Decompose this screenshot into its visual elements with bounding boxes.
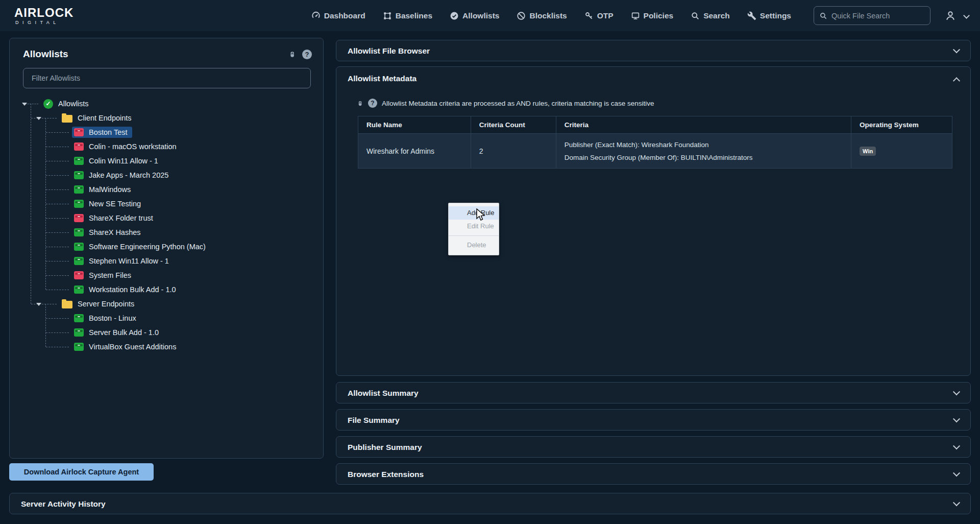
tree-item[interactable]: Software Engineering Python (Mac) [10,240,320,254]
chevron-down-icon[interactable] [953,415,960,422]
tree-item-label: Colin - macOS workstation [89,142,177,151]
tree-item[interactable]: Colin Win11 Allow - 1 [10,154,320,168]
tree-item-icon [74,257,84,265]
cell-operating-system: Win [851,134,952,169]
nav-item[interactable]: Search [691,0,730,31]
tree-item-icon [62,115,72,123]
context-menu-separator [449,235,499,236]
nav-item-label: Dashboard [324,11,365,20]
chevron-down-icon[interactable] [953,442,960,449]
tree-item[interactable]: Workstation Bulk Add - 1.0 [10,282,320,297]
chevron-down-icon[interactable] [953,469,960,477]
collapsed-panel: Allowlist Summary [336,382,971,403]
tree-item-label: Allowlists [58,100,89,108]
help-icon[interactable]: ? [302,50,312,59]
context-menu: Add Rule Edit Rule Delete [448,203,499,255]
mouse-cursor [476,208,487,223]
tree-item-label: Jake Apps - March 2025 [89,171,168,179]
tree-item-icon [74,271,84,279]
nav-item-icon [311,11,321,20]
collapsed-panel: Publisher Summary [336,436,971,458]
tree-item[interactable]: ShareX Hashes [10,225,320,240]
tree-item-icon [74,142,84,151]
tree-item-icon [74,128,84,136]
panel-title: Publisher Summary [348,443,422,452]
nav-item[interactable]: OTP [584,0,614,31]
tree-item[interactable]: Jake Apps - March 2025 [10,168,320,182]
tree-item[interactable]: System Files [10,268,320,282]
nav-item-icon [584,11,594,20]
nav-menu: Dashboard Baselines Allowlists Blocklist… [311,0,791,31]
tree-item-icon [74,314,84,322]
nav-item[interactable]: Allowlists [450,0,499,31]
context-menu-add-rule[interactable]: Add Rule [449,206,499,220]
nav-item-icon [691,11,700,20]
sidebar-title: Allowlists [23,49,68,60]
tree-item[interactable]: VirtualBox Guest Additions [10,340,320,354]
tree-item-label: Server Endpoints [78,300,134,308]
tree-item-label: Boston Test [89,128,128,136]
tree-item-label: New SE Testing [89,200,141,208]
tree-item-icon [74,185,84,194]
tree-item-icon [43,99,53,109]
nav-item[interactable]: Settings [747,0,791,31]
chevron-down-icon[interactable] [953,46,960,53]
nav-item-label: OTP [597,11,614,20]
tree-item-icon [74,171,84,179]
tree-item[interactable]: Colin - macOS workstation [10,139,320,154]
nav-item-icon [631,11,640,20]
collapsed-panel: File Summary [336,409,971,431]
airlock-logo[interactable]: AIRLOCK DIGITAL [14,7,74,25]
help-icon[interactable]: ? [368,99,377,108]
collapsed-panel-header[interactable]: Browser Extensions [336,464,970,485]
collapsed-panel-header[interactable]: File Summary [336,410,970,431]
allowlist-metadata-header[interactable]: Allowlist Metadata [336,67,970,90]
tree-item[interactable]: MalWindows [10,182,320,197]
panel-title: Server Activity History [21,499,106,509]
tree-item-icon [74,228,84,236]
tree-item[interactable]: Server Bulk Add - 1.0 [10,325,320,340]
chevron-down-icon[interactable] [953,388,960,395]
tree-item[interactable]: Server Endpoints [10,297,320,311]
tree-item[interactable]: Allowlists [10,97,320,111]
sidebar-header: Allowlists ? [10,38,323,67]
filter-allowlists-input[interactable] [23,68,311,88]
collapsed-panel: Browser Extensions [336,463,971,485]
chevron-up-icon[interactable] [953,77,960,84]
chevron-down-icon[interactable] [953,499,960,506]
tree-item-icon [74,200,84,208]
tree-item-icon [74,243,84,251]
tree-item[interactable]: ShareX Folder trust [10,211,320,225]
tree-item[interactable]: Boston Test [10,125,320,139]
os-badge-win: Win [860,147,876,156]
column-header-operating-system: Operating System [851,116,952,134]
collapsed-panel-header[interactable]: Allowlist Summary [336,383,970,404]
table-header-row: Rule Name Criteria Count Criteria Operat… [358,116,952,134]
mouse-hint-icon [288,50,296,59]
nav-item[interactable]: Policies [631,0,674,31]
criteria-line: Domain Security Group (Member Of): BUILT… [565,154,843,161]
tree-item[interactable]: Client Endpoints [10,111,320,125]
nav-item[interactable]: Dashboard [311,0,365,31]
collapsed-panel-header[interactable]: Publisher Summary [336,437,970,458]
user-menu-chevron-down-icon[interactable] [963,12,970,19]
server-activity-history-header[interactable]: Server Activity History [10,493,970,515]
nav-item[interactable]: Baselines [383,0,432,31]
tree-item-icon [74,328,84,337]
table-row[interactable]: Wireshark for Admins 2 Publisher (Exact … [358,134,952,169]
download-capture-agent-button[interactable]: Download Airlock Capture Agent [9,463,154,481]
nav-item[interactable]: Blocklists [517,0,567,31]
search-icon [819,12,827,20]
tree-item[interactable]: New SE Testing [10,197,320,211]
tree-item[interactable]: Boston - Linux [10,311,320,325]
nav-item-label: Blocklists [529,11,567,20]
nav-item-icon [747,11,756,20]
tree-item-label: Software Engineering Python (Mac) [89,243,206,251]
column-header-criteria: Criteria [556,116,851,134]
user-icon[interactable] [945,10,956,21]
tree-item[interactable]: Stephen Win11 Allow - 1 [10,254,320,268]
allowlist-file-browser-header[interactable]: Allowlist File Browser [336,40,970,62]
panel-title: Browser Extensions [348,470,424,479]
quick-file-search-input[interactable] [831,12,925,20]
nav-item-label: Settings [760,11,791,20]
